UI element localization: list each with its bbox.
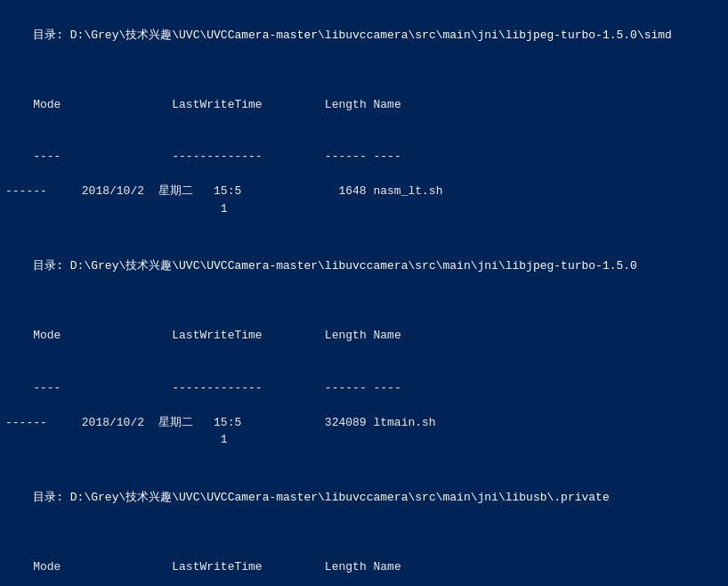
terminal-window: 目录: D:\Grey\技术兴趣\UVC\UVCCamera-master\li…	[0, 0, 728, 586]
separator-1: ---- ------------- ------ ----	[5, 131, 723, 183]
col-headers-2: Mode LastWriteTime Length Name	[5, 310, 723, 362]
table-row: ------ 2018/10/2 星期二 15:5 324089 ltmain.…	[5, 414, 723, 432]
separator-2: ---- ------------- ------ ----	[5, 362, 723, 414]
table-row-continued: 1	[5, 431, 723, 449]
col-headers-3: Mode LastWriteTime Length Name	[5, 541, 723, 586]
table-row-continued: 1	[5, 200, 723, 218]
section-header-1: 目录: D:\Grey\技术兴趣\UVC\UVCCamera-master\li…	[5, 9, 723, 61]
table-row: ------ 2018/10/2 星期二 15:5 1648 nasm_lt.s…	[5, 183, 723, 200]
col-headers-1: Mode LastWriteTime Length Name	[5, 78, 723, 131]
section-header-3: 目录: D:\Grey\技术兴趣\UVC\UVCCamera-master\li…	[5, 471, 723, 524]
section-header-2: 目录: D:\Grey\技术兴趣\UVC\UVCCamera-master\li…	[5, 240, 723, 293]
